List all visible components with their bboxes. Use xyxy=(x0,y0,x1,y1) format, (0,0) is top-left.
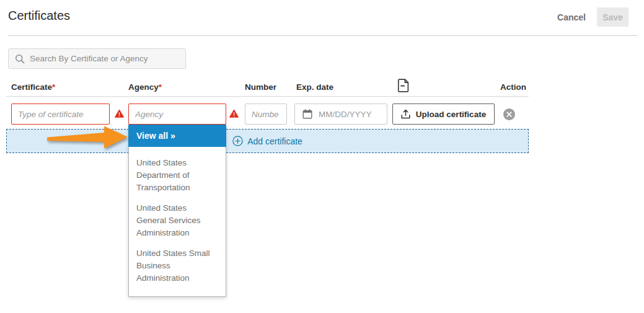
save-button[interactable]: Save xyxy=(597,7,629,27)
calendar-icon xyxy=(302,109,312,119)
dropdown-list: United States Department of Transportati… xyxy=(128,147,226,297)
dropdown-item-us-dot[interactable]: United States Department of Transportati… xyxy=(136,153,218,198)
plus-circle-icon xyxy=(232,136,243,146)
search-box[interactable] xyxy=(8,48,186,69)
upload-certificate-button[interactable]: Upload certificate xyxy=(392,104,495,125)
add-certificate-label: Add certificate xyxy=(247,136,302,146)
dropdown-view-all[interactable]: View all » xyxy=(128,125,226,147)
upload-icon xyxy=(401,109,410,119)
search-icon xyxy=(15,54,25,64)
remove-row-button[interactable] xyxy=(503,108,515,120)
agency-dropdown: View all » United States Department of T… xyxy=(128,125,226,297)
exp-date-field[interactable] xyxy=(294,104,387,125)
top-actions: Cancel Save xyxy=(557,7,629,27)
table-header-divider xyxy=(6,96,529,97)
upload-certificate-label: Upload certificate xyxy=(416,110,486,119)
number-input[interactable] xyxy=(245,104,287,125)
warning-icon xyxy=(115,109,124,118)
warning-icon xyxy=(229,109,239,118)
column-header-certificate: Certificate* xyxy=(11,82,55,92)
required-asterisk: * xyxy=(159,82,162,92)
column-header-action: Action xyxy=(500,82,526,92)
column-header-exp-date: Exp. date xyxy=(296,82,333,92)
header-divider xyxy=(8,35,638,36)
add-certificate-row[interactable]: Add certificate xyxy=(6,129,529,153)
agency-input[interactable] xyxy=(128,104,226,125)
column-header-agency: Agency* xyxy=(128,82,162,92)
certificates-page: Certificates Cancel Save Certificate* Ag… xyxy=(0,0,644,313)
close-icon xyxy=(506,112,512,117)
required-asterisk: * xyxy=(52,82,55,92)
cancel-button[interactable]: Cancel xyxy=(557,12,586,22)
certificate-input[interactable] xyxy=(11,104,110,125)
dropdown-item-us-gsa[interactable]: United States General Services Administr… xyxy=(136,198,218,244)
search-input[interactable] xyxy=(30,54,179,63)
dropdown-item-us-sba[interactable]: United States Small Business Administrat… xyxy=(136,244,218,289)
page-title: Certificates xyxy=(8,9,70,23)
document-icon xyxy=(397,79,409,92)
column-header-number: Number xyxy=(245,82,276,92)
